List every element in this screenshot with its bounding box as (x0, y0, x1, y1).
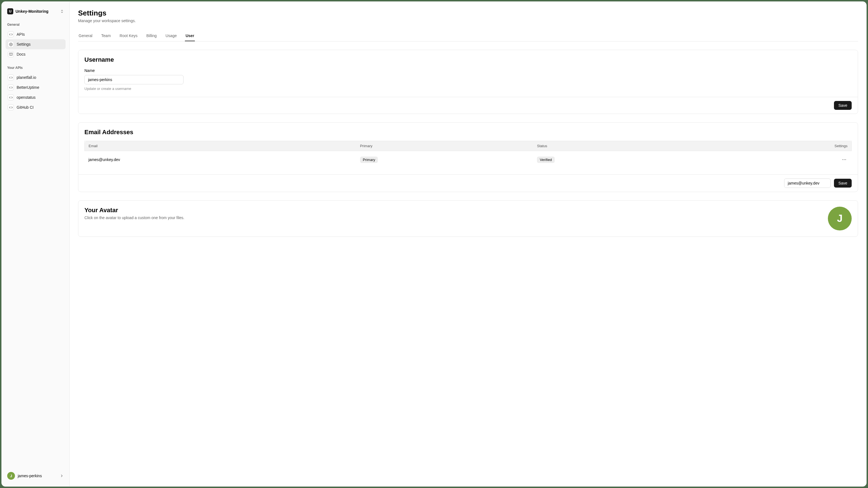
th-status: Status (533, 141, 708, 151)
page-title: Settings (78, 9, 858, 18)
chevron-up-down-icon (60, 9, 64, 13)
sidebar: U Unkey-Monitoring General APIs Settings… (2, 2, 70, 486)
new-email-input[interactable] (784, 178, 831, 188)
svg-point-0 (10, 44, 11, 44)
th-settings: Settings (708, 141, 851, 151)
page-subtitle: Manage your workspace settings. (78, 19, 858, 23)
sidebar-item-api-betteruptime[interactable]: BetterUptime (5, 83, 66, 92)
sidebar-item-settings[interactable]: Settings (5, 39, 66, 49)
sidebar-item-label: openstatus (17, 95, 36, 100)
cell-email: james@unkey.dev (85, 151, 356, 168)
card-title: Username (85, 56, 852, 63)
sidebar-item-api-githubci[interactable]: GitHub CI (5, 102, 66, 112)
gear-icon (8, 41, 14, 47)
card-title: Email Addresses (85, 129, 852, 136)
svg-point-2 (844, 159, 844, 160)
email-card: Email Addresses Email Primary Status Set… (78, 122, 858, 192)
code-icon (8, 74, 14, 80)
section-label-general: General (5, 21, 66, 28)
save-email-button[interactable]: Save (834, 179, 852, 188)
tab-usage[interactable]: Usage (165, 31, 177, 41)
sidebar-item-api-planetfall[interactable]: planetfall.io (5, 72, 66, 83)
tabs: General Team Root Keys Billing Usage Use… (78, 31, 858, 41)
card-subtitle: Click on the avatar to upload a custom o… (85, 216, 184, 220)
svg-point-1 (842, 159, 843, 160)
main-content: Settings Manage your workspace settings.… (70, 2, 866, 486)
avatar-upload[interactable]: J (828, 207, 852, 230)
avatar: J (7, 472, 15, 480)
code-icon (8, 94, 14, 100)
tab-root-keys[interactable]: Root Keys (119, 31, 138, 41)
tab-billing[interactable]: Billing (146, 31, 157, 41)
sidebar-item-api-openstatus[interactable]: openstatus (5, 92, 66, 102)
chevron-right-icon (60, 474, 64, 478)
workspace-logo: U (7, 8, 13, 14)
field-label-name: Name (85, 68, 852, 73)
save-username-button[interactable]: Save (834, 101, 852, 110)
app-window: U Unkey-Monitoring General APIs Settings… (1, 1, 867, 487)
code-icon (8, 104, 14, 110)
code-icon (8, 85, 14, 91)
user-menu[interactable]: J james-perkins (5, 470, 66, 481)
table-row: james@unkey.dev Primary Verified (85, 151, 852, 168)
tab-team[interactable]: Team (101, 31, 111, 41)
sidebar-item-docs[interactable]: Docs (5, 49, 66, 59)
card-title: Your Avatar (85, 207, 184, 214)
input-help: Update or create a username (85, 87, 852, 91)
workspace-name: Unkey-Monitoring (16, 9, 58, 13)
section-label-apis: Your APIs (5, 64, 66, 71)
status-badge: Verified (537, 157, 554, 163)
dots-horizontal-icon (842, 157, 847, 162)
username-input[interactable] (85, 75, 184, 85)
sidebar-item-label: Docs (17, 52, 26, 57)
sidebar-item-label: GitHub CI (17, 105, 33, 109)
workspace-selector[interactable]: U Unkey-Monitoring (5, 7, 66, 16)
svg-point-3 (845, 159, 846, 160)
avatar-card: Your Avatar Click on the avatar to uploa… (78, 200, 858, 237)
sidebar-item-label: planetfall.io (17, 75, 36, 80)
user-name: james-perkins (18, 474, 57, 478)
tab-user[interactable]: User (185, 31, 194, 41)
sidebar-item-label: APIs (17, 32, 25, 36)
sidebar-item-label: Settings (17, 42, 31, 46)
code-icon (8, 31, 14, 37)
sidebar-item-apis[interactable]: APIs (5, 29, 66, 39)
primary-badge: Primary (360, 157, 378, 163)
th-email: Email (85, 141, 356, 151)
book-icon (8, 51, 14, 57)
th-primary: Primary (356, 141, 533, 151)
username-card: Username Name Update or create a usernam… (78, 50, 858, 114)
sidebar-item-label: BetterUptime (17, 85, 39, 90)
email-table: Email Primary Status Settings james@unke… (85, 141, 852, 168)
row-actions-button[interactable] (841, 156, 848, 163)
tab-general[interactable]: General (78, 31, 93, 41)
